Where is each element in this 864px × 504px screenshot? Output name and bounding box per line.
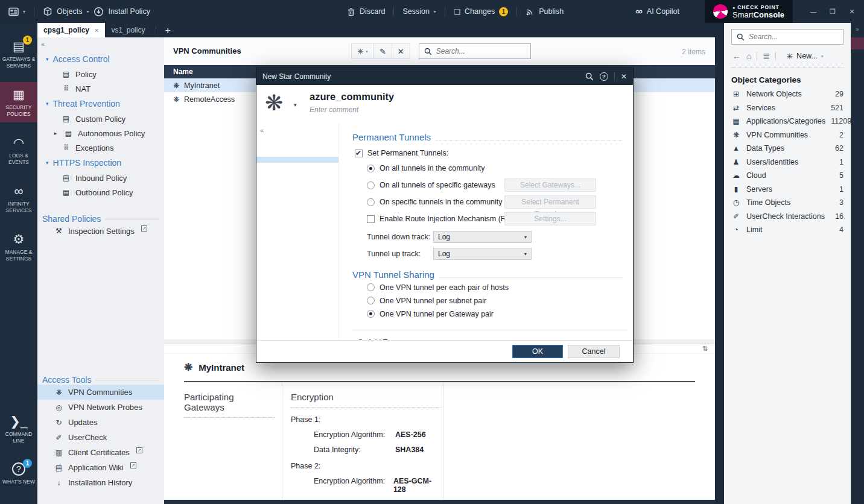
ai-copilot-button[interactable]: ∞ AI Copilot	[635, 6, 679, 17]
object-category-item[interactable]: ☁ Cloud 5	[724, 169, 851, 183]
dialog-close-icon[interactable]: ✕	[621, 72, 627, 81]
dialog-search-icon[interactable]	[585, 72, 594, 81]
object-category-item[interactable]: ▦ Applications/Categories 11209	[724, 115, 851, 128]
nav-tree-row[interactable]: ▾ ▸ ▤ Inbound Policy	[37, 171, 164, 185]
rail-nav-item[interactable]: ▦ SECURITY POLICIES	[0, 82, 37, 122]
help-icon[interactable]: ?	[600, 72, 608, 81]
back-button[interactable]: ←	[732, 51, 741, 61]
list-view-button[interactable]: ≣	[763, 51, 770, 61]
search-input[interactable]	[436, 47, 526, 55]
publish-button[interactable]: Publish	[526, 7, 564, 16]
object-category-item[interactable]: ❋ VPN Communities 2	[724, 128, 851, 142]
tunnel-down-track-select[interactable]: Log ▾	[433, 231, 532, 243]
community-name-field[interactable]: azure_community	[310, 91, 394, 102]
edit-button[interactable]: ✎	[373, 44, 392, 58]
access-tool-item[interactable]: ↻ Updates	[37, 415, 164, 430]
main-search[interactable]	[419, 43, 531, 59]
access-tool-item[interactable]: ▥ Client Certificates	[37, 445, 164, 460]
tunnel-sharing-option[interactable]: One VPN tunnel per each pair of hosts	[367, 282, 627, 293]
object-category-item[interactable]: ✐ UserCheck Interactions 16	[724, 210, 851, 224]
expand-strip-icon[interactable]: »	[851, 23, 864, 37]
policy-tab[interactable]: cpsg1_policy ✕	[37, 23, 105, 37]
access-tool-item[interactable]: ▤ Application Wiki	[37, 460, 164, 475]
access-tool-item[interactable]: ↓ Installation History	[37, 475, 164, 490]
collapse-dialog-nav-icon[interactable]: «	[260, 127, 264, 134]
nav-tree-row[interactable]: ▾ ▸ ▤ Custom Policy	[37, 112, 164, 126]
side-panel-tab[interactable]	[851, 37, 864, 49]
nav-tree-row[interactable]: ▾ ▸ ▤ Autonomous Policy	[37, 126, 164, 140]
tunnel-sharing-option[interactable]: One VPN tunnel per Gateway pair	[367, 308, 627, 320]
expand-panel-icon[interactable]: ⇅	[702, 345, 708, 353]
app-menu-button[interactable]: ▾	[8, 7, 25, 16]
new-tab-button[interactable]: +	[161, 25, 174, 37]
checkbox-unselected[interactable]	[367, 215, 375, 223]
community-type-icon[interactable]: ❋	[265, 91, 283, 115]
dialog-nav-item[interactable]	[256, 187, 338, 193]
add-tag-button[interactable]: Add Tag	[355, 338, 627, 340]
object-category-item[interactable]: ▲ Data Types 62	[724, 142, 851, 156]
dialog-nav-item[interactable]	[256, 151, 338, 157]
dialog-nav-item[interactable]	[256, 175, 338, 181]
session-menu-button[interactable]: Session ▾	[402, 7, 436, 16]
set-permanent-tunnels-checkbox[interactable]: Set Permanent Tunnels:	[355, 148, 627, 159]
nav-tree-row[interactable]: ▾ ▸ ▤ Policy	[37, 67, 164, 81]
object-category-item[interactable]: ⇄ Services 521	[724, 101, 851, 115]
objects-search[interactable]	[731, 29, 843, 45]
access-tool-item[interactable]: ❋ VPN Communities	[37, 385, 164, 400]
object-category-item[interactable]: ◔ Limit 4	[724, 223, 851, 237]
caret-down-icon[interactable]: ▾	[294, 102, 297, 108]
nav-tree-row[interactable]: ▾ ▸ ⠿ Exceptions	[37, 140, 164, 155]
rail-nav-item[interactable]: ? 1 WHAT'S NEW	[0, 457, 37, 490]
dialog-title-bar[interactable]: New Star Community ? ✕	[256, 68, 633, 85]
option-action-button[interactable]: Select Permanent Tunnels...	[504, 195, 596, 209]
restore-button[interactable]: ❐	[824, 4, 841, 19]
radio-selected[interactable]	[367, 310, 375, 318]
shared-policy-item[interactable]: ⚒ Inspection Settings	[37, 224, 164, 238]
side-panel-tab[interactable]	[851, 51, 864, 63]
tunnel-up-track-select[interactable]: Log ▾	[433, 248, 532, 260]
tunnel-sharing-option[interactable]: One VPN tunnel per subnet pair	[367, 295, 627, 306]
new-community-button[interactable]: ✳ ▾	[352, 44, 373, 58]
permanent-tunnels-option[interactable]: On all tunnels of specific gateways Sele…	[367, 178, 627, 192]
rail-nav-item[interactable]: ∞ INFINITY SERVICES	[0, 178, 37, 219]
permanent-tunnels-option[interactable]: On all tunnels in the community	[367, 161, 627, 175]
object-category-item[interactable]: ⊞ Network Objects 29	[724, 87, 851, 101]
dialog-nav-item[interactable]	[256, 139, 338, 145]
access-tool-item[interactable]: ✐ UserCheck	[37, 430, 164, 445]
nav-tree-row[interactable]: ▾ ▸ ⠿ NAT	[37, 81, 164, 96]
cancel-button[interactable]: Cancel	[568, 345, 620, 358]
delete-button[interactable]: ✕	[392, 44, 410, 58]
permanent-tunnels-option[interactable]: Enable Route Injection Mechanism (RIM) S…	[367, 212, 627, 226]
rail-nav-item[interactable]: ▤ 1 GATEWAYS & SERVERS	[0, 34, 37, 74]
expander-icon[interactable]: ▸	[52, 130, 59, 136]
radio-selected[interactable]	[367, 165, 375, 172]
minimize-button[interactable]: —	[805, 4, 822, 19]
install-policy-button[interactable]: Install Policy	[94, 7, 150, 17]
dialog-nav-item[interactable]	[256, 193, 338, 199]
objects-menu-button[interactable]: Objects ▾	[43, 7, 89, 16]
rail-nav-item[interactable]: ⚙ MANAGE & SETTINGS	[0, 227, 37, 267]
permanent-tunnels-option[interactable]: On specific tunnels in the community Sel…	[367, 195, 627, 209]
option-action-button[interactable]: Select Gateways...	[504, 178, 596, 192]
ok-button[interactable]: OK	[512, 345, 563, 358]
policy-tab[interactable]: vs1_policy ✕	[105, 23, 151, 37]
nav-tree-row[interactable]: ▾ ▸ Threat Prevention	[37, 96, 164, 112]
nav-tree-row[interactable]: ▾ ▸ ▤ Outbound Policy	[37, 185, 164, 200]
close-button[interactable]: ✕	[843, 4, 860, 19]
dialog-nav-item[interactable]	[256, 157, 338, 163]
nav-tree-row[interactable]: ▾ ▸ HTTPS Inspection	[37, 155, 164, 171]
object-category-item[interactable]: ▮ Servers 1	[724, 183, 851, 197]
dialog-nav-item[interactable]	[256, 163, 338, 169]
discard-button[interactable]: Discard	[347, 7, 385, 16]
nav-tree-row[interactable]: ▾ ▸ Access Control	[37, 51, 164, 67]
dialog-nav-item[interactable]	[256, 145, 338, 151]
tab-close-icon[interactable]: ✕	[94, 27, 99, 34]
rail-nav-item[interactable]: ❯_ COMMAND LINE	[0, 409, 37, 449]
home-button[interactable]: ⌂	[746, 51, 751, 61]
side-panel-tab[interactable]	[851, 64, 864, 76]
radio-unselected[interactable]	[367, 283, 375, 291]
dialog-nav-item[interactable]	[256, 169, 338, 175]
comment-field[interactable]: Enter comment	[310, 106, 358, 114]
changes-button[interactable]: ❏ Changes 1	[454, 7, 508, 16]
objects-search-input[interactable]	[749, 33, 838, 41]
